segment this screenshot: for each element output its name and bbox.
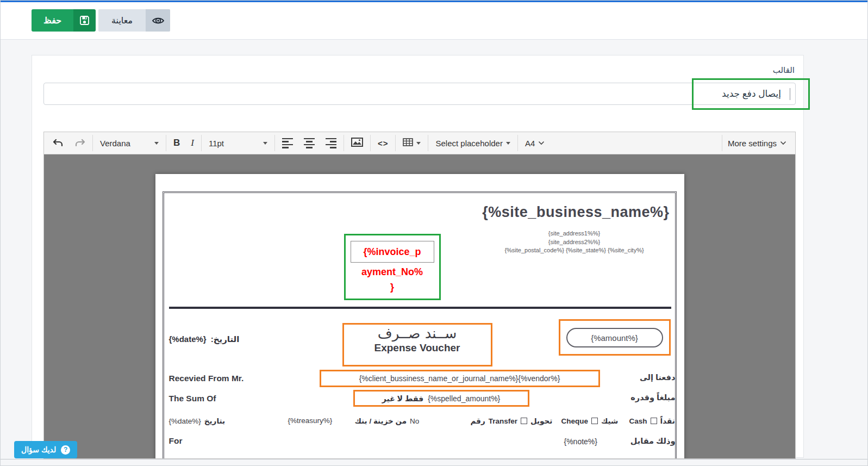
align-left-icon [282,138,293,148]
address-line: {%site_postal_code%} {%site_state%} {%si… [479,246,670,255]
amount-placeholder: {%amount%} [566,328,663,347]
window-bottom-edge [1,459,867,459]
voucher-document[interactable]: {%site_business_name%} {site_address1%%}… [155,174,684,458]
client-placeholder-highlight: {%client_bussiness_name_or_journal_name%… [320,370,600,387]
font-family-value: Verdana [100,139,130,148]
select-placeholder-label: Select placeholder [435,139,502,148]
font-family-dropdown[interactable]: Verdana [95,134,164,152]
toolbar-separator [395,135,396,151]
sum-of-label: The Sum Of [169,394,216,403]
save-button-label: حفظ [32,9,73,32]
font-size-value: 11pt [209,139,224,148]
pay-date-placeholder: {%date%} [169,417,201,425]
help-button[interactable]: لديك سؤال ? [14,441,77,458]
received-from-label: Recevied From Mr. [169,374,244,383]
date-line: {%date%} التاريخ: [169,334,240,344]
more-settings-label: More settings [728,139,777,148]
align-left-button[interactable] [277,134,298,152]
number-label: رقم [471,417,485,425]
pay-date-label: بتاريخ [204,417,225,425]
template-field-label: القالب [773,65,795,75]
payment-no-placeholder-line3: } [346,282,439,293]
chevron-down-icon [263,142,267,145]
help-button-label: لديك سؤال [21,445,56,454]
cash-label-ar: نقداً [660,417,675,425]
date-placeholder: {%date%} [169,334,207,344]
editor-canvas: {%site_business_name%} {site_address1%%}… [44,154,795,458]
spelled-amount-highlight: فقط لا غير {%spelled_amount%} [353,390,529,407]
app-window: حفظ معاينة القالب [0,0,868,466]
cheque-label-ar: شيك [601,417,618,425]
undo-button[interactable] [47,134,69,152]
chevron-down-icon [780,141,786,145]
bold-button[interactable]: B [168,134,185,152]
address-line: {site_address1%%} [479,229,670,238]
cash-label-en: Cash [629,417,647,425]
toolbar-separator [370,135,371,151]
cheque-checkbox [591,418,598,424]
transfer-checkbox [521,418,527,424]
align-right-icon [326,138,336,148]
payment-no-cell: {%invoice_p [351,241,434,263]
page-size-dropdown[interactable]: A4 [520,134,550,152]
transfer-label-en: Transfer [489,417,517,425]
text-caret [790,88,790,100]
eye-icon [146,9,170,32]
amount-of-label: مبلغاً وقدره [630,393,675,402]
payment-no-placeholder-line2: ayment_No% [346,263,439,282]
cash-checkbox [651,418,657,424]
paid-to-label: دفعنا إلى [640,373,676,382]
template-name-input[interactable] [43,83,796,105]
voucher-title-highlight: ســند صــرف Expense Voucher [342,323,492,366]
payment-no-highlight: {%invoice_p ayment_No% } [344,234,441,300]
payment-method-row: {%date%} بتاريخ {%treasury%} من خزينة / … [155,417,684,427]
toolbar-separator [92,135,93,151]
from-treasury-label: من خزينة / بنك [355,417,407,425]
toolbar-separator [201,135,202,151]
site-address-block: {site_address1%%} {site_address2%%} {%si… [479,229,670,255]
for-label: For [169,436,183,446]
editor-toolbar: Verdana B I 11pt [44,132,795,154]
only-label: فقط لا غير [382,394,423,403]
more-settings-dropdown[interactable]: More settings [722,135,792,151]
save-floppy-icon [73,9,96,32]
bold-icon: B [173,138,180,148]
spelled-amount-placeholder: {%spelled_amount%} [428,394,500,403]
address-line: {site_address2%%} [479,238,670,247]
code-icon: <> [378,139,389,148]
preview-button-label: معاينة [98,9,146,32]
insert-image-button[interactable] [346,134,369,152]
question-mark-icon: ? [61,445,70,455]
italic-icon: I [191,138,194,148]
header-divider [169,307,671,309]
template-editor-card: القالب Verdana B I [32,55,804,458]
amount-highlight: {%amount%} [559,319,671,356]
table-icon [403,138,413,148]
no-label: No [410,417,419,425]
top-accent-bar [1,1,867,2]
toolbar-separator [344,135,344,151]
table-dropdown[interactable] [397,134,426,152]
select-placeholder-dropdown[interactable]: Select placeholder [430,134,515,152]
top-toolbar: حفظ معاينة [1,1,867,40]
source-code-button[interactable]: <> [372,134,394,152]
chevron-down-icon [416,142,421,145]
page-size-value: A4 [525,139,535,148]
against-label: وذلك مقابل [630,437,676,445]
align-right-button[interactable] [320,134,342,152]
align-center-icon [304,138,315,148]
transfer-label-ar: تحويل [530,417,552,425]
cheque-label-en: Cheque [561,417,589,425]
voucher-title-english: Expense Voucher [344,342,491,354]
redo-button[interactable] [69,134,91,152]
treasury-placeholder: {%treasury%} [288,417,333,425]
toolbar-separator [274,135,275,151]
align-center-button[interactable] [298,134,320,152]
italic-button[interactable]: I [185,134,199,152]
font-size-dropdown[interactable]: 11pt [203,134,273,152]
business-name-placeholder: {%site_business_name%} [482,204,669,221]
save-button[interactable]: حفظ [32,9,96,32]
chevron-down-icon [154,142,159,145]
preview-button[interactable]: معاينة [98,9,170,32]
image-icon [351,138,363,148]
